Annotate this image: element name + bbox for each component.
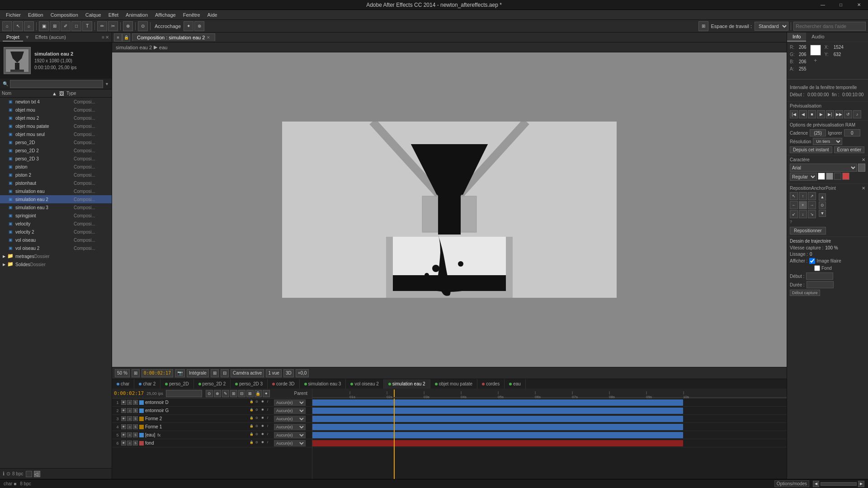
- timeline-tab-simulationeau3[interactable]: simulation eau 3: [300, 379, 346, 389]
- layer-audio[interactable]: ♫: [127, 400, 132, 405]
- track-bar[interactable]: [312, 408, 683, 414]
- layer-audio[interactable]: ♫: [127, 408, 132, 413]
- layer-color[interactable]: [139, 400, 144, 405]
- file-item[interactable]: ▣newton txt 4Composi...: [0, 98, 112, 106]
- layer-shy[interactable]: ⊙: [255, 432, 260, 437]
- timeline-tab-perso_2D[interactable]: perso_2D: [160, 379, 193, 389]
- toolbar-clone[interactable]: ✂: [108, 21, 118, 31]
- timeline-tab-perso_2D2[interactable]: perso_2D 2: [194, 379, 231, 389]
- panel-color-box[interactable]: [26, 471, 32, 477]
- menu-composition[interactable]: Composition: [47, 11, 82, 19]
- file-item[interactable]: ▣simulation eau 2Composi...: [0, 195, 112, 203]
- file-item[interactable]: ▶📁SolidesDossier: [0, 260, 112, 268]
- anchor-bl[interactable]: ↙: [790, 210, 798, 218]
- tl-paste[interactable]: ⊟: [238, 390, 245, 397]
- preview-audio[interactable]: ♪: [853, 110, 861, 118]
- layer-lock[interactable]: 🔒: [250, 432, 255, 437]
- preview-last[interactable]: ▶▶: [835, 110, 843, 118]
- tl-copy[interactable]: ⊞: [230, 390, 237, 397]
- toolbar-brush[interactable]: ✏: [97, 21, 107, 31]
- parent-select[interactable]: Aucun(e): [274, 424, 306, 430]
- expand-icon[interactable]: ▶: [2, 254, 6, 258]
- breadcrumb-layer[interactable]: eau: [159, 45, 167, 50]
- tl-edit[interactable]: ✎: [222, 390, 229, 397]
- file-item[interactable]: ▣springjointComposi...: [0, 211, 112, 220]
- tl-solo[interactable]: ⊙: [206, 390, 213, 397]
- timeline-tab-objetmoupatate[interactable]: objet mou patate: [430, 379, 478, 389]
- color-box-white[interactable]: [818, 173, 825, 180]
- workspace-dropdown[interactable]: Standard: [755, 22, 788, 31]
- layer-shy[interactable]: ⊙: [255, 424, 260, 429]
- close-button[interactable]: ✕: [850, 0, 868, 10]
- layer-collapse[interactable]: ✱: [261, 432, 266, 437]
- layer-solo[interactable]: S: [133, 432, 138, 437]
- ignorer-input[interactable]: [844, 129, 860, 136]
- menu-fenetre[interactable]: Fenêtre: [179, 11, 204, 19]
- depuis-btn[interactable]: Depuis cet instant: [790, 146, 832, 153]
- file-item[interactable]: ▣objet mouComposi...: [0, 106, 112, 114]
- layer-color[interactable]: [139, 425, 144, 429]
- layer-lock[interactable]: 🔒: [250, 408, 255, 413]
- canvas-3d[interactable]: 3D: [283, 369, 294, 377]
- anchor-mr[interactable]: →: [808, 201, 816, 209]
- preview-prev[interactable]: ◀: [799, 110, 807, 118]
- layer-audio[interactable]: ♫: [127, 416, 132, 421]
- file-item[interactable]: ▣piston 2Composi...: [0, 171, 112, 179]
- layer-lock[interactable]: 🔒: [250, 416, 255, 421]
- file-item[interactable]: ▶📁metragesDossier: [0, 252, 112, 260]
- preview-next[interactable]: ▶|: [826, 110, 834, 118]
- breadcrumb-comp[interactable]: simulation eau 2: [116, 45, 152, 50]
- timeline-layer[interactable]: 6 👁 ♫ S fond 🔒 ⊙ ✱ / Aucun(e): [112, 439, 312, 447]
- panel-arrow[interactable]: ◁: [34, 471, 40, 477]
- layer-collapse[interactable]: ✱: [261, 441, 266, 446]
- minimize-button[interactable]: —: [814, 0, 832, 10]
- track-bar[interactable]: [312, 416, 683, 422]
- toolbar-shape[interactable]: □: [71, 21, 81, 31]
- timeline-tab-char[interactable]: char: [112, 379, 134, 389]
- font-select[interactable]: Arial: [790, 164, 857, 172]
- timeline-tab-corde3D[interactable]: corde 3D: [268, 379, 300, 389]
- menu-fichier[interactable]: Fichier: [2, 11, 24, 19]
- canvas-grid[interactable]: ⊞: [211, 369, 219, 377]
- scroll-right[interactable]: ▶: [858, 481, 864, 487]
- options-btn[interactable]: Options/modes: [774, 480, 809, 487]
- toolbar-text[interactable]: T: [82, 21, 92, 31]
- layer-lock[interactable]: 🔒: [250, 424, 255, 429]
- layer-solo[interactable]: S: [133, 424, 138, 429]
- layer-shy[interactable]: ⊙: [255, 441, 260, 446]
- playhead[interactable]: [394, 399, 395, 479]
- layer-audio[interactable]: ♫: [127, 441, 132, 446]
- parent-select[interactable]: Aucun(e): [274, 440, 306, 446]
- layer-shy[interactable]: ⊙: [255, 400, 260, 405]
- file-item[interactable]: ▣pistonComposi...: [0, 163, 112, 171]
- layer-solo[interactable]: S: [133, 441, 138, 446]
- anchor-down[interactable]: ▼: [819, 210, 826, 217]
- toolbar-select[interactable]: ↖: [13, 21, 23, 31]
- debut-input[interactable]: [806, 272, 833, 280]
- layer-vis[interactable]: 👁: [121, 408, 126, 413]
- timeline-tab-cordes[interactable]: cordes: [477, 379, 505, 389]
- menu-effet[interactable]: Effet: [105, 11, 122, 19]
- parent-select[interactable]: Aucun(e): [274, 399, 306, 406]
- timeline-layer[interactable]: 2 👁 ♫ S entonnoir G 🔒 ⊙ ✱ / Aucun(e): [112, 407, 312, 415]
- color-box-dark[interactable]: [834, 173, 841, 180]
- font-color-btn[interactable]: [858, 164, 865, 172]
- file-item[interactable]: ▣velocity 2Composi...: [0, 228, 112, 236]
- zoom-level[interactable]: 50 %: [115, 369, 130, 377]
- anchor-up[interactable]: ▲: [819, 193, 826, 201]
- toolbar-render[interactable]: ▣: [39, 21, 49, 31]
- tl-new-comp[interactable]: ⊕: [214, 390, 221, 397]
- layer-quality[interactable]: /: [267, 400, 272, 405]
- layer-collapse[interactable]: ✱: [261, 424, 266, 429]
- toolbar-move[interactable]: ⊛: [194, 21, 204, 31]
- playhead-ruler[interactable]: [394, 389, 395, 397]
- file-item[interactable]: ▣objet mou 2Composi...: [0, 114, 112, 122]
- timeline-tab-voloiseau2[interactable]: vol oiseau 2: [346, 379, 383, 389]
- anchor-mc[interactable]: +: [799, 201, 807, 209]
- layer-color[interactable]: [139, 408, 144, 413]
- toolbar-export[interactable]: ⊞: [50, 21, 60, 31]
- layer-lock[interactable]: 🔒: [250, 400, 255, 405]
- image-filaire-check[interactable]: [809, 258, 815, 264]
- layer-collapse[interactable]: ✱: [261, 416, 266, 421]
- color-box-red[interactable]: [842, 173, 849, 180]
